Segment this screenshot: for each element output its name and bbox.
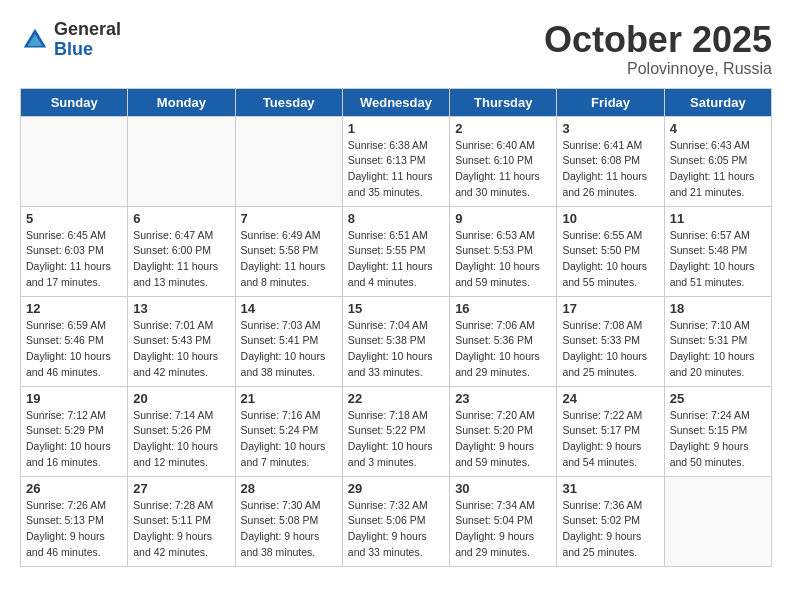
day-info: Sunrise: 6:55 AM Sunset: 5:50 PM Dayligh… <box>562 228 658 291</box>
day-header-sunday: Sunday <box>21 88 128 116</box>
week-row-2: 5Sunrise: 6:45 AM Sunset: 6:03 PM Daylig… <box>21 206 772 296</box>
day-number: 9 <box>455 211 551 226</box>
logo-general: General <box>54 20 121 40</box>
day-cell: 28Sunrise: 7:30 AM Sunset: 5:08 PM Dayli… <box>235 476 342 566</box>
day-info: Sunrise: 6:53 AM Sunset: 5:53 PM Dayligh… <box>455 228 551 291</box>
day-cell: 12Sunrise: 6:59 AM Sunset: 5:46 PM Dayli… <box>21 296 128 386</box>
day-info: Sunrise: 7:14 AM Sunset: 5:26 PM Dayligh… <box>133 408 229 471</box>
day-number: 16 <box>455 301 551 316</box>
day-number: 2 <box>455 121 551 136</box>
day-info: Sunrise: 7:26 AM Sunset: 5:13 PM Dayligh… <box>26 498 122 561</box>
day-cell: 25Sunrise: 7:24 AM Sunset: 5:15 PM Dayli… <box>664 386 771 476</box>
day-cell: 4Sunrise: 6:43 AM Sunset: 6:05 PM Daylig… <box>664 116 771 206</box>
day-info: Sunrise: 7:22 AM Sunset: 5:17 PM Dayligh… <box>562 408 658 471</box>
day-number: 3 <box>562 121 658 136</box>
day-number: 24 <box>562 391 658 406</box>
day-number: 6 <box>133 211 229 226</box>
day-cell: 10Sunrise: 6:55 AM Sunset: 5:50 PM Dayli… <box>557 206 664 296</box>
logo-blue: Blue <box>54 40 121 60</box>
day-cell: 6Sunrise: 6:47 AM Sunset: 6:00 PM Daylig… <box>128 206 235 296</box>
day-cell: 23Sunrise: 7:20 AM Sunset: 5:20 PM Dayli… <box>450 386 557 476</box>
day-header-monday: Monday <box>128 88 235 116</box>
calendar-table: SundayMondayTuesdayWednesdayThursdayFrid… <box>20 88 772 567</box>
day-cell: 2Sunrise: 6:40 AM Sunset: 6:10 PM Daylig… <box>450 116 557 206</box>
logo: General Blue <box>20 20 121 60</box>
day-cell <box>21 116 128 206</box>
day-number: 19 <box>26 391 122 406</box>
day-cell: 5Sunrise: 6:45 AM Sunset: 6:03 PM Daylig… <box>21 206 128 296</box>
month-title: October 2025 <box>544 20 772 60</box>
day-cell: 29Sunrise: 7:32 AM Sunset: 5:06 PM Dayli… <box>342 476 449 566</box>
day-header-friday: Friday <box>557 88 664 116</box>
week-row-1: 1Sunrise: 6:38 AM Sunset: 6:13 PM Daylig… <box>21 116 772 206</box>
day-info: Sunrise: 7:18 AM Sunset: 5:22 PM Dayligh… <box>348 408 444 471</box>
day-cell <box>128 116 235 206</box>
day-info: Sunrise: 7:16 AM Sunset: 5:24 PM Dayligh… <box>241 408 337 471</box>
day-info: Sunrise: 7:04 AM Sunset: 5:38 PM Dayligh… <box>348 318 444 381</box>
day-number: 14 <box>241 301 337 316</box>
day-cell: 21Sunrise: 7:16 AM Sunset: 5:24 PM Dayli… <box>235 386 342 476</box>
day-cell: 17Sunrise: 7:08 AM Sunset: 5:33 PM Dayli… <box>557 296 664 386</box>
day-number: 4 <box>670 121 766 136</box>
day-info: Sunrise: 7:01 AM Sunset: 5:43 PM Dayligh… <box>133 318 229 381</box>
day-info: Sunrise: 6:40 AM Sunset: 6:10 PM Dayligh… <box>455 138 551 201</box>
day-number: 1 <box>348 121 444 136</box>
day-number: 8 <box>348 211 444 226</box>
day-number: 10 <box>562 211 658 226</box>
day-cell: 16Sunrise: 7:06 AM Sunset: 5:36 PM Dayli… <box>450 296 557 386</box>
day-cell: 22Sunrise: 7:18 AM Sunset: 5:22 PM Dayli… <box>342 386 449 476</box>
day-info: Sunrise: 6:47 AM Sunset: 6:00 PM Dayligh… <box>133 228 229 291</box>
day-info: Sunrise: 6:45 AM Sunset: 6:03 PM Dayligh… <box>26 228 122 291</box>
day-info: Sunrise: 7:10 AM Sunset: 5:31 PM Dayligh… <box>670 318 766 381</box>
week-row-4: 19Sunrise: 7:12 AM Sunset: 5:29 PM Dayli… <box>21 386 772 476</box>
day-cell: 19Sunrise: 7:12 AM Sunset: 5:29 PM Dayli… <box>21 386 128 476</box>
day-number: 17 <box>562 301 658 316</box>
day-cell: 30Sunrise: 7:34 AM Sunset: 5:04 PM Dayli… <box>450 476 557 566</box>
day-info: Sunrise: 7:30 AM Sunset: 5:08 PM Dayligh… <box>241 498 337 561</box>
day-info: Sunrise: 7:36 AM Sunset: 5:02 PM Dayligh… <box>562 498 658 561</box>
day-number: 21 <box>241 391 337 406</box>
day-number: 30 <box>455 481 551 496</box>
day-number: 15 <box>348 301 444 316</box>
day-info: Sunrise: 7:06 AM Sunset: 5:36 PM Dayligh… <box>455 318 551 381</box>
day-cell: 14Sunrise: 7:03 AM Sunset: 5:41 PM Dayli… <box>235 296 342 386</box>
day-header-tuesday: Tuesday <box>235 88 342 116</box>
day-number: 18 <box>670 301 766 316</box>
day-number: 29 <box>348 481 444 496</box>
day-cell: 26Sunrise: 7:26 AM Sunset: 5:13 PM Dayli… <box>21 476 128 566</box>
location: Polovinnoye, Russia <box>544 60 772 78</box>
day-info: Sunrise: 6:49 AM Sunset: 5:58 PM Dayligh… <box>241 228 337 291</box>
day-number: 22 <box>348 391 444 406</box>
day-number: 11 <box>670 211 766 226</box>
day-cell <box>235 116 342 206</box>
day-info: Sunrise: 7:24 AM Sunset: 5:15 PM Dayligh… <box>670 408 766 471</box>
day-number: 31 <box>562 481 658 496</box>
day-info: Sunrise: 6:59 AM Sunset: 5:46 PM Dayligh… <box>26 318 122 381</box>
day-info: Sunrise: 7:32 AM Sunset: 5:06 PM Dayligh… <box>348 498 444 561</box>
day-number: 20 <box>133 391 229 406</box>
day-header-saturday: Saturday <box>664 88 771 116</box>
day-info: Sunrise: 7:28 AM Sunset: 5:11 PM Dayligh… <box>133 498 229 561</box>
day-cell: 8Sunrise: 6:51 AM Sunset: 5:55 PM Daylig… <box>342 206 449 296</box>
day-info: Sunrise: 6:51 AM Sunset: 5:55 PM Dayligh… <box>348 228 444 291</box>
day-info: Sunrise: 7:08 AM Sunset: 5:33 PM Dayligh… <box>562 318 658 381</box>
day-number: 5 <box>26 211 122 226</box>
week-row-3: 12Sunrise: 6:59 AM Sunset: 5:46 PM Dayli… <box>21 296 772 386</box>
day-number: 7 <box>241 211 337 226</box>
day-cell: 7Sunrise: 6:49 AM Sunset: 5:58 PM Daylig… <box>235 206 342 296</box>
logo-text: General Blue <box>54 20 121 60</box>
day-number: 23 <box>455 391 551 406</box>
day-number: 13 <box>133 301 229 316</box>
day-cell: 15Sunrise: 7:04 AM Sunset: 5:38 PM Dayli… <box>342 296 449 386</box>
day-number: 26 <box>26 481 122 496</box>
day-cell: 18Sunrise: 7:10 AM Sunset: 5:31 PM Dayli… <box>664 296 771 386</box>
header-row: SundayMondayTuesdayWednesdayThursdayFrid… <box>21 88 772 116</box>
day-number: 25 <box>670 391 766 406</box>
day-cell: 20Sunrise: 7:14 AM Sunset: 5:26 PM Dayli… <box>128 386 235 476</box>
week-row-5: 26Sunrise: 7:26 AM Sunset: 5:13 PM Dayli… <box>21 476 772 566</box>
day-info: Sunrise: 7:03 AM Sunset: 5:41 PM Dayligh… <box>241 318 337 381</box>
day-info: Sunrise: 6:38 AM Sunset: 6:13 PM Dayligh… <box>348 138 444 201</box>
day-number: 27 <box>133 481 229 496</box>
day-header-wednesday: Wednesday <box>342 88 449 116</box>
day-cell: 3Sunrise: 6:41 AM Sunset: 6:08 PM Daylig… <box>557 116 664 206</box>
